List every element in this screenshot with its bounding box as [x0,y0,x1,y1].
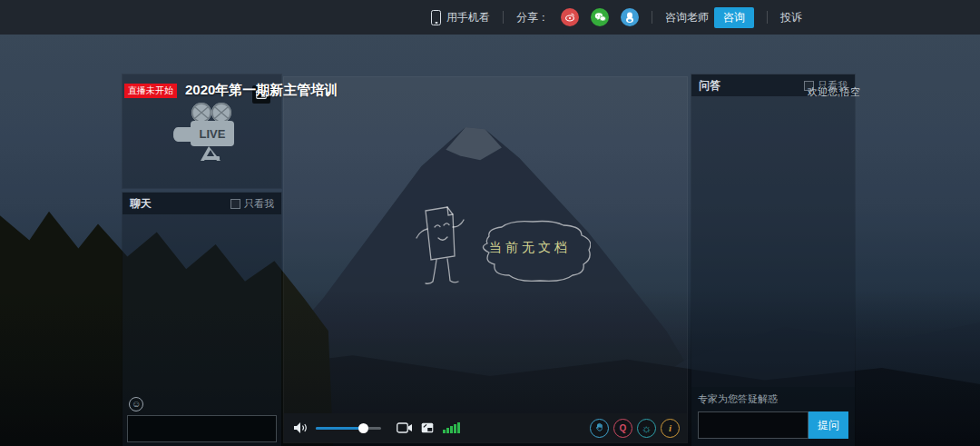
complaint-label: 投诉 [780,10,802,25]
signal-bars-icon [443,422,460,433]
chat-only-me-checkbox[interactable]: 只看我 [230,197,274,211]
chat-input[interactable] [127,415,277,442]
smiley-icon[interactable]: ☺ [129,397,143,411]
consult-group: 咨询老师 咨询 [665,7,754,28]
qa-button[interactable]: Q [613,419,632,438]
main-area: 直播未开始 2020年第一期新主管培训 欢迎您,悟空 LIVE 聊天 [0,35,980,446]
divider [767,11,768,24]
chat-header: 聊天 只看我 [122,193,281,214]
page-title: 2020年第一期新主管培训 [185,82,338,99]
complaint-link[interactable]: 投诉 [780,10,802,25]
video-control-bar: Q ☼ i [284,413,687,442]
phone-icon [431,10,441,25]
info-button[interactable]: i [661,419,680,438]
pip-swap-icon[interactable] [421,422,434,433]
chat-message-list[interactable] [122,214,281,393]
stream-header: 直播未开始 2020年第一期新主管培训 [124,82,338,99]
raise-hand-button[interactable] [590,419,609,438]
watch-on-phone-label: 用手机看 [446,10,490,25]
watch-on-phone[interactable]: 用手机看 [431,10,490,25]
volume-slider-knob[interactable] [358,423,368,433]
camera-icon[interactable] [397,422,413,433]
divider [503,11,504,24]
qa-input[interactable] [698,411,808,439]
qa-message-list[interactable] [691,96,855,387]
no-document-doodle: 当前无文档 [400,191,591,304]
no-document-text: 当前无文档 [489,240,571,254]
share-group: 分享： [516,8,639,26]
qa-prompt-text: 专家为您答疑解惑 [698,392,848,406]
chat-footer: ☺ [122,393,281,446]
qa-title: 问答 [699,78,720,94]
chat-panel: 聊天 只看我 ☺ [122,193,281,446]
wechat-share-icon[interactable] [591,8,609,26]
consult-button[interactable]: 咨询 [714,7,754,28]
consult-teacher-label: 咨询老师 [665,10,709,25]
svg-text:LIVE: LIVE [199,127,225,141]
welcome-text: 欢迎您,悟空 [808,85,860,99]
settings-button[interactable]: ☼ [637,419,656,438]
weibo-share-icon[interactable] [561,8,579,26]
volume-slider[interactable] [316,427,381,430]
qa-footer: 专家为您答疑解惑 提问 [691,387,855,446]
ask-question-button[interactable]: 提问 [808,411,848,439]
topbar: 用手机看 分享： 咨询老师 咨询 投诉 [0,0,980,35]
stage-action-buttons: Q ☼ i [590,419,680,438]
checkbox-icon [230,199,240,209]
volume-slider-fill [316,427,363,430]
share-label: 分享： [516,10,549,25]
live-camera-icon: LIVE [167,98,238,165]
divider [652,11,652,24]
qq-share-icon[interactable] [621,8,639,26]
chat-only-me-label: 只看我 [244,197,274,211]
speaker-icon[interactable] [293,421,309,434]
chat-title: 聊天 [130,196,152,212]
status-badge: 直播未开始 [124,84,177,98]
video-stage[interactable]: 当前无文档 Q [284,77,687,442]
qa-panel: 问答 只看我 专家为您答疑解惑 提问 [691,74,855,446]
